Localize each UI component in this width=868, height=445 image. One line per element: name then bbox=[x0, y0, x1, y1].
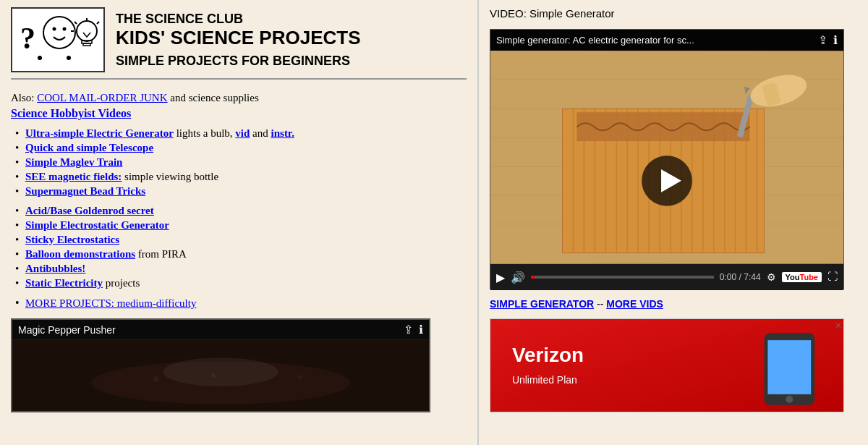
share-icon[interactable]: ⇪ bbox=[404, 323, 413, 336]
svg-text:?: ? bbox=[20, 22, 35, 55]
video-top-title: Simple generator: AC electric generator … bbox=[496, 35, 694, 46]
progress-fill bbox=[531, 276, 535, 279]
ad-banner: Verizon Unlimited Plan ✕ bbox=[490, 318, 844, 412]
left-column: ? THE SCIENCE C bbox=[0, 0, 477, 445]
simple-generator-link[interactable]: SIMPLE GENERATOR bbox=[490, 298, 594, 310]
bottom-video-image[interactable] bbox=[12, 339, 429, 412]
vid-link[interactable]: vid bbox=[235, 127, 250, 139]
site-header: ? THE SCIENCE C bbox=[11, 7, 467, 80]
static-suffix: projects bbox=[106, 277, 140, 289]
science-hobbyist-link[interactable]: Science Hobbyist Videos bbox=[11, 107, 467, 120]
youtube-logo: YouTube bbox=[782, 272, 822, 282]
antibubbles-link[interactable]: Antibubbles! bbox=[25, 263, 85, 274]
telescope-link[interactable]: Quick and simple Telescope bbox=[25, 142, 153, 153]
balloon-link[interactable]: Balloon demonstrations bbox=[25, 248, 135, 260]
bottom-video-title: Magic Pepper Pusher bbox=[18, 324, 116, 336]
header-title-top: THE SCIENCE CLUB bbox=[116, 12, 360, 27]
electrostatic-gen-link[interactable]: Simple Electrostatic Generator bbox=[25, 219, 169, 231]
maglev-link[interactable]: Simple Maglev Train bbox=[25, 156, 122, 168]
header-text-block: THE SCIENCE CLUB KIDS' SCIENCE PROJECTS … bbox=[116, 12, 360, 69]
svg-point-15 bbox=[153, 376, 159, 382]
also-suffix: and science supplies bbox=[170, 92, 258, 103]
supermagnet-link[interactable]: Supermagnet Bead Tricks bbox=[25, 185, 145, 197]
list-item: Sticky Electrostatics bbox=[25, 234, 467, 246]
electric-generator-suffix: lights a bulb, bbox=[176, 127, 236, 139]
svg-rect-6 bbox=[83, 43, 90, 46]
ad-content[interactable]: Verizon Unlimited Plan bbox=[490, 319, 843, 412]
static-electricity-link[interactable]: Static Electricity bbox=[25, 277, 103, 289]
svg-point-2 bbox=[53, 27, 56, 31]
svg-line-8 bbox=[75, 22, 77, 24]
instr-link[interactable]: instr. bbox=[271, 127, 294, 139]
more-projects-link[interactable]: MORE PROJECTS: medium-difficulty bbox=[25, 297, 196, 309]
list-item: Quick and simple Telescope bbox=[25, 142, 467, 154]
list-item: Static Electricity projects bbox=[25, 277, 467, 289]
video-top-icons: ⇪ ℹ bbox=[818, 33, 838, 47]
bottom-video-icons: ⇪ ℹ bbox=[404, 323, 423, 336]
list-item: SEE magnetic fields: simple viewing bott… bbox=[25, 171, 467, 183]
svg-point-3 bbox=[63, 27, 67, 31]
video-title-bar: Magic Pepper Pusher ⇪ ℹ bbox=[12, 320, 429, 339]
ad-svg: Verizon Unlimited Plan bbox=[490, 318, 843, 412]
fullscreen-button[interactable]: ⛶ bbox=[827, 271, 838, 283]
video-label: VIDEO: Simple Generator bbox=[490, 7, 857, 20]
video-thumbnail[interactable] bbox=[490, 51, 843, 264]
main-content: Also: COOL MAIL-ORDER JUNK and science s… bbox=[11, 88, 467, 416]
list-item: MORE PROJECTS: medium-difficulty bbox=[25, 297, 467, 310]
sticky-electrostatics-link[interactable]: Sticky Electrostatics bbox=[25, 234, 119, 245]
svg-point-18 bbox=[297, 375, 302, 379]
svg-point-12 bbox=[67, 56, 71, 60]
svg-point-4 bbox=[77, 21, 97, 41]
also-line: Also: COOL MAIL-ORDER JUNK and science s… bbox=[11, 92, 467, 104]
electric-generator-link[interactable]: Ultra-simple Electric Generator bbox=[25, 127, 174, 139]
balloon-suffix: from PIRA bbox=[138, 248, 187, 260]
list-item: Simple Electrostatic Generator bbox=[25, 219, 467, 232]
svg-text:Unlimited Plan: Unlimited Plan bbox=[512, 374, 577, 386]
svg-text:Verizon: Verizon bbox=[512, 344, 584, 366]
video-frame-svg bbox=[490, 51, 843, 264]
settings-button[interactable]: ⚙ bbox=[767, 271, 776, 284]
bottom-video-bg bbox=[12, 339, 429, 412]
progress-bar[interactable] bbox=[531, 276, 714, 279]
cool-mail-link[interactable]: COOL MAIL-ORDER JUNK bbox=[37, 92, 167, 103]
volume-button[interactable]: 🔊 bbox=[511, 271, 525, 284]
svg-point-19 bbox=[163, 357, 278, 386]
bottom-video-thumbnail: Magic Pepper Pusher ⇪ ℹ bbox=[11, 318, 430, 412]
site-logo: ? bbox=[11, 7, 105, 72]
and-text: and bbox=[252, 127, 271, 139]
list-item: Ultra-simple Electric Generator lights a… bbox=[25, 127, 467, 140]
svg-point-1 bbox=[43, 17, 75, 48]
ad-close[interactable]: ✕ bbox=[835, 321, 842, 331]
link-separator: -- bbox=[597, 298, 606, 310]
list-item: Supermagnet Bead Tricks bbox=[25, 185, 467, 198]
right-column: VIDEO: Simple Generator Simple generator… bbox=[479, 0, 868, 445]
projects-list: Acid/Base Goldenrod secret Simple Electr… bbox=[11, 205, 467, 289]
acid-base-link[interactable]: Acid/Base Goldenrod secret bbox=[25, 205, 154, 216]
magnetic-fields-suffix: simple viewing bottle bbox=[124, 171, 218, 182]
magnetic-fields-link[interactable]: SEE magnetic fields: bbox=[25, 171, 122, 182]
info-icon[interactable]: ℹ bbox=[419, 323, 423, 336]
play-button[interactable]: ▶ bbox=[496, 271, 505, 284]
video-links: SIMPLE GENERATOR -- MORE VIDS bbox=[490, 298, 857, 310]
logo-svg: ? bbox=[14, 11, 101, 69]
header-subtitle: SIMPLE PROJECTS FOR BEGINNERS bbox=[116, 54, 360, 69]
svg-line-9 bbox=[97, 22, 99, 24]
also-prefix: Also: bbox=[11, 92, 37, 103]
time-display: 0:00 / 7:44 bbox=[720, 272, 761, 282]
list-item: Simple Maglev Train bbox=[25, 156, 467, 169]
list-item: Balloon demonstrations from PIRA bbox=[25, 248, 467, 260]
svg-point-11 bbox=[38, 56, 42, 60]
more-projects-list: MORE PROJECTS: medium-difficulty bbox=[11, 297, 467, 310]
video-list: Ultra-simple Electric Generator lights a… bbox=[11, 127, 467, 198]
more-vids-link[interactable]: MORE VIDS bbox=[606, 298, 663, 310]
list-item: Acid/Base Goldenrod secret bbox=[25, 205, 467, 217]
svg-point-60 bbox=[786, 396, 793, 403]
video-top-bar: Simple generator: AC electric generator … bbox=[490, 30, 843, 51]
video-controls: ▶ 🔊 0:00 / 7:44 ⚙ YouTube ⛶ bbox=[490, 264, 843, 290]
list-item: Antibubbles! bbox=[25, 263, 467, 275]
svg-rect-59 bbox=[767, 340, 811, 394]
header-title-main: KIDS' SCIENCE PROJECTS bbox=[116, 27, 360, 49]
share-icon[interactable]: ⇪ bbox=[818, 33, 827, 47]
info-icon[interactable]: ℹ bbox=[833, 33, 838, 47]
video-player[interactable]: Simple generator: AC electric generator … bbox=[490, 29, 844, 289]
